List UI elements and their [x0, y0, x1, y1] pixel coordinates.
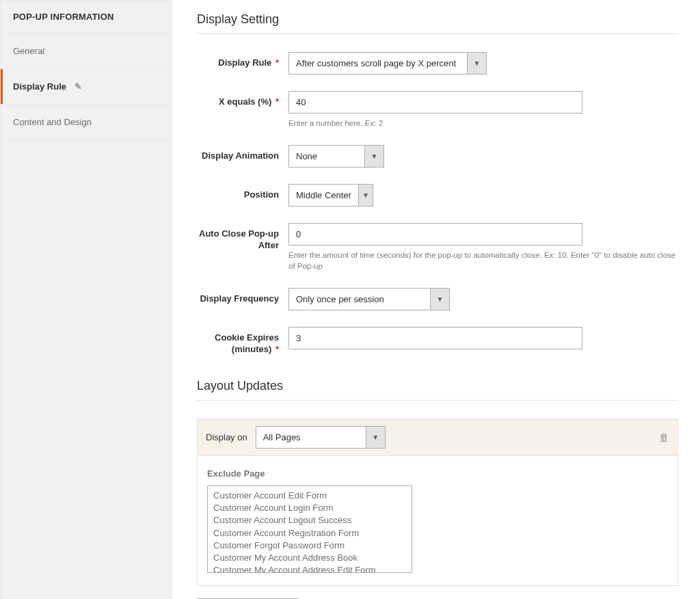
field-x-equals: X equals (%) * Enter a number here. Ex: … [197, 91, 678, 129]
required-mark: * [275, 344, 279, 354]
select-value: Only once per session [289, 289, 430, 310]
divider [197, 400, 678, 401]
field-display-animation: Display Animation None ▼ [197, 145, 678, 168]
sidebar-item-general[interactable]: General [1, 34, 172, 69]
display-on-select[interactable]: All Pages ▼ [256, 426, 386, 449]
sidebar-item-label: Content and Design [13, 117, 92, 127]
display-on-label: Display on [206, 432, 247, 442]
label-text: X equals (%) [219, 96, 271, 107]
select-value: None [289, 146, 364, 167]
exclude-page-label: Exclude Page [207, 468, 668, 479]
sidebar-header: POP-UP INFORMATION [1, 1, 172, 34]
label-text: Display Rule [218, 57, 271, 68]
display-animation-select[interactable]: None ▼ [288, 145, 384, 168]
required-mark: * [275, 57, 279, 68]
field-label: Cookie Expires (minutes) * [197, 327, 288, 356]
field-display-frequency: Display Frequency Only once per session … [197, 288, 678, 310]
field-label: Display Animation [197, 145, 288, 162]
field-label: X equals (%) * [197, 91, 288, 108]
field-label: Display Frequency [197, 288, 288, 305]
x-equals-input[interactable] [288, 91, 582, 114]
display-rule-select[interactable]: After customers scroll page by X percent… [288, 52, 487, 75]
sidebar-item-display-rule[interactable]: Display Rule ✎ [1, 69, 172, 105]
list-item[interactable]: Customer Forgot Password Form [213, 540, 406, 552]
required-mark: * [275, 96, 279, 107]
section-title-layout-updates: Layout Updates [197, 379, 678, 393]
field-auto-close: Auto Close Pop-up After Enter the amount… [197, 223, 678, 271]
list-item[interactable]: Customer My Account Address Edit Form [213, 564, 406, 573]
layout-update-body: Exclude Page Customer Account Edit FormC… [197, 456, 678, 586]
chevron-down-icon: ▼ [467, 53, 486, 74]
field-cookie-expires: Cookie Expires (minutes) * [197, 327, 678, 356]
field-position: Position Middle Center ▼ [197, 184, 678, 207]
exclude-page-listbox[interactable]: Customer Account Edit FormCustomer Accou… [207, 485, 412, 573]
list-item[interactable]: Customer Account Edit Form [213, 490, 406, 502]
field-note: Enter the amount of time (seconds) for t… [288, 250, 678, 271]
list-item[interactable]: Customer Account Registration Form [213, 527, 406, 540]
list-item[interactable]: Customer Account Login Form [213, 502, 406, 514]
field-display-rule: Display Rule * After customers scroll pa… [197, 52, 678, 75]
field-note: Enter a number here. Ex: 2 [288, 118, 678, 129]
trash-icon[interactable]: 🗑 [659, 431, 669, 443]
display-frequency-select[interactable]: Only once per session ▼ [288, 288, 450, 310]
select-value: After customers scroll page by X percent [289, 53, 467, 74]
list-item[interactable]: Customer Account Logout Success [213, 514, 406, 527]
label-text: Cookie Expires (minutes) [215, 332, 279, 354]
chevron-down-icon: ▼ [358, 185, 373, 206]
position-select[interactable]: Middle Center ▼ [288, 184, 373, 207]
select-value: Middle Center [289, 185, 358, 206]
chevron-down-icon: ▼ [366, 427, 385, 448]
cookie-expires-input[interactable] [288, 327, 582, 349]
pencil-icon: ✎ [75, 81, 82, 92]
sidebar-item-label: Display Rule [13, 81, 66, 92]
layout-update-header: Display on All Pages ▼ 🗑 [197, 418, 678, 456]
divider [197, 34, 678, 34]
sidebar-item-content-design[interactable]: Content and Design [1, 105, 172, 140]
field-label: Auto Close Pop-up After [197, 223, 288, 252]
sidebar: POP-UP INFORMATION General Display Rule … [0, 0, 172, 599]
main-content: Display Setting Display Rule * After cus… [172, 0, 678, 599]
section-title-display-setting: Display Setting [197, 12, 678, 27]
field-label: Display Rule * [197, 52, 288, 69]
field-label: Position [197, 184, 288, 201]
sidebar-item-label: General [13, 46, 44, 56]
chevron-down-icon: ▼ [430, 289, 449, 310]
list-item[interactable]: Customer My Account Address Book [213, 552, 406, 564]
chevron-down-icon: ▼ [364, 146, 383, 167]
select-value: All Pages [256, 427, 366, 448]
auto-close-input[interactable] [288, 223, 582, 245]
